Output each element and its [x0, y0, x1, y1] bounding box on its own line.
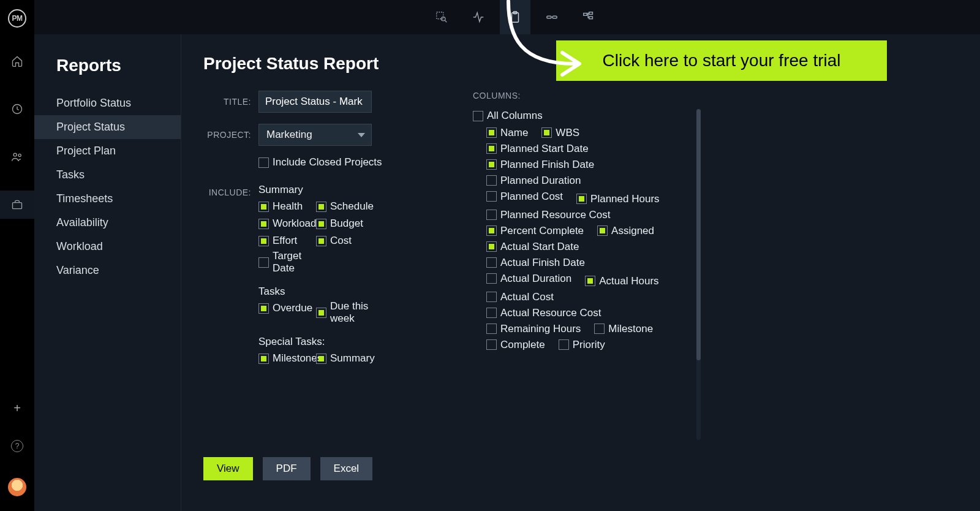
all-columns-label: All Columns: [487, 110, 543, 122]
briefcase-icon[interactable]: [0, 191, 34, 219]
column-actual-resource-cost-checkbox[interactable]: Actual Resource Cost: [473, 305, 601, 321]
view-button[interactable]: View: [203, 457, 253, 480]
column-planned-start-date-label: Planned Start Date: [500, 143, 589, 155]
summary-cost-label: Cost: [330, 235, 352, 247]
clipboard-icon[interactable]: [500, 0, 530, 34]
summary-heading: Summary: [258, 184, 412, 196]
special-milestones-checkbox[interactable]: Milestones: [258, 350, 315, 366]
special-milestones-label: Milestones: [273, 352, 322, 365]
summary-target-date-checkbox[interactable]: Target Date: [258, 250, 315, 274]
column-actual-cost-checkbox[interactable]: Actual Cost: [473, 289, 554, 305]
summary-schedule-label: Schedule: [330, 200, 374, 213]
column-complete-checkbox[interactable]: Complete: [473, 337, 545, 353]
sidebar-item-variance[interactable]: Variance: [34, 259, 181, 282]
home-icon[interactable]: [0, 47, 34, 75]
title-label: TITLE:: [203, 91, 258, 107]
column-actual-duration-checkbox[interactable]: Actual Duration: [473, 271, 571, 287]
column-actual-hours-label: Actual Hours: [599, 275, 658, 287]
svg-rect-11: [589, 12, 593, 15]
link-icon[interactable]: [537, 0, 567, 34]
column-wbs-label: WBS: [556, 127, 579, 139]
summary-budget-label: Budget: [330, 218, 363, 230]
svg-point-2: [18, 154, 21, 156]
column-planned-cost-checkbox[interactable]: Planned Cost: [473, 189, 563, 205]
summary-target-date-label: Target Date: [273, 250, 315, 274]
column-actual-finish-date-label: Actual Finish Date: [500, 257, 585, 269]
column-percent-complete-checkbox[interactable]: Percent Complete: [473, 223, 584, 239]
summary-cost-checkbox[interactable]: Cost: [316, 233, 372, 249]
special-summary-label: Summary: [330, 352, 375, 365]
include-closed-checkbox[interactable]: Include Closed Projects: [258, 154, 382, 170]
summary-health-checkbox[interactable]: Health: [258, 199, 315, 214]
column-actual-start-date-label: Actual Start Date: [500, 241, 579, 253]
column-actual-resource-cost-label: Actual Resource Cost: [500, 307, 601, 319]
help-icon[interactable]: ?: [11, 440, 23, 452]
pdf-button[interactable]: PDF: [263, 457, 311, 480]
special-tasks-heading: Special Tasks:: [258, 336, 412, 348]
column-actual-finish-date-checkbox[interactable]: Actual Finish Date: [473, 255, 585, 271]
project-label: PROJECT:: [203, 124, 258, 140]
tasks-due-this-week-label: Due this week: [330, 300, 372, 325]
avatar[interactable]: [8, 478, 26, 496]
column-planned-duration-checkbox[interactable]: Planned Duration: [473, 173, 581, 189]
column-assigned-checkbox[interactable]: Assigned: [584, 223, 654, 239]
tasks-due-this-week-checkbox[interactable]: Due this week: [316, 300, 372, 325]
column-milestone-label: Milestone: [608, 323, 653, 335]
summary-budget-checkbox[interactable]: Budget: [316, 216, 372, 232]
column-planned-hours-label: Planned Hours: [590, 193, 659, 205]
sidebar-item-tasks[interactable]: Tasks: [34, 163, 181, 187]
column-planned-finish-date-checkbox[interactable]: Planned Finish Date: [473, 157, 594, 173]
column-milestone-checkbox[interactable]: Milestone: [581, 321, 653, 337]
sidebar-item-availability[interactable]: Availability: [34, 211, 181, 235]
tree-icon[interactable]: [573, 0, 604, 34]
summary-health-label: Health: [273, 200, 303, 213]
excel-button[interactable]: Excel: [320, 457, 373, 480]
column-planned-resource-cost-checkbox[interactable]: Planned Resource Cost: [473, 207, 611, 223]
sidebar-item-project-status[interactable]: Project Status: [34, 115, 181, 139]
summary-workload-label: Workload: [273, 218, 317, 230]
sidebar-item-timesheets[interactable]: Timesheets: [34, 187, 181, 211]
special-summary-checkbox[interactable]: Summary: [316, 350, 372, 366]
people-icon[interactable]: [0, 143, 34, 171]
all-columns-checkbox[interactable]: All Columns: [473, 108, 669, 124]
columns-scrollbar[interactable]: [696, 109, 701, 440]
column-priority-label: Priority: [573, 339, 605, 351]
activity-icon[interactable]: [463, 0, 494, 34]
zoom-icon[interactable]: [426, 0, 457, 34]
column-actual-start-date-checkbox[interactable]: Actual Start Date: [473, 239, 579, 255]
summary-effort-checkbox[interactable]: Effort: [258, 233, 315, 249]
title-input[interactable]: [258, 91, 372, 113]
column-actual-duration-label: Actual Duration: [500, 273, 571, 285]
column-wbs-checkbox[interactable]: WBS: [528, 125, 579, 141]
svg-rect-9: [552, 16, 557, 18]
svg-rect-8: [547, 16, 551, 18]
svg-rect-4: [437, 12, 443, 19]
column-remaining-hours-label: Remaining Hours: [500, 323, 581, 335]
column-priority-checkbox[interactable]: Priority: [545, 337, 605, 353]
summary-schedule-checkbox[interactable]: Schedule: [316, 199, 372, 214]
add-icon[interactable]: +: [0, 396, 34, 420]
top-toolbar: [34, 0, 980, 34]
clock-icon[interactable]: [0, 95, 34, 123]
column-planned-cost-label: Planned Cost: [500, 191, 563, 203]
svg-point-1: [13, 153, 17, 156]
summary-workload-checkbox[interactable]: Workload: [258, 216, 315, 232]
column-name-checkbox[interactable]: Name: [473, 125, 528, 141]
column-name-label: Name: [500, 127, 528, 139]
sidebar-item-workload[interactable]: Workload: [34, 235, 181, 259]
brand-logo[interactable]: PM: [8, 9, 26, 28]
sidebar-item-project-plan[interactable]: Project Plan: [34, 139, 181, 163]
tasks-heading: Tasks: [258, 286, 412, 298]
column-actual-hours-checkbox[interactable]: Actual Hours: [571, 273, 658, 289]
column-remaining-hours-checkbox[interactable]: Remaining Hours: [473, 321, 581, 337]
column-planned-start-date-checkbox[interactable]: Planned Start Date: [473, 141, 589, 157]
project-select[interactable]: Marketing: [258, 124, 372, 146]
column-planned-resource-cost-label: Planned Resource Cost: [500, 209, 611, 221]
tasks-overdue-checkbox[interactable]: Overdue: [258, 300, 315, 316]
column-assigned-label: Assigned: [611, 225, 654, 237]
column-planned-hours-checkbox[interactable]: Planned Hours: [563, 191, 659, 207]
free-trial-cta[interactable]: Click here to start your free trial: [556, 40, 887, 81]
sidebar-item-portfolio-status[interactable]: Portfolio Status: [34, 91, 181, 115]
summary-effort-label: Effort: [273, 235, 297, 247]
column-planned-finish-date-label: Planned Finish Date: [500, 159, 594, 171]
